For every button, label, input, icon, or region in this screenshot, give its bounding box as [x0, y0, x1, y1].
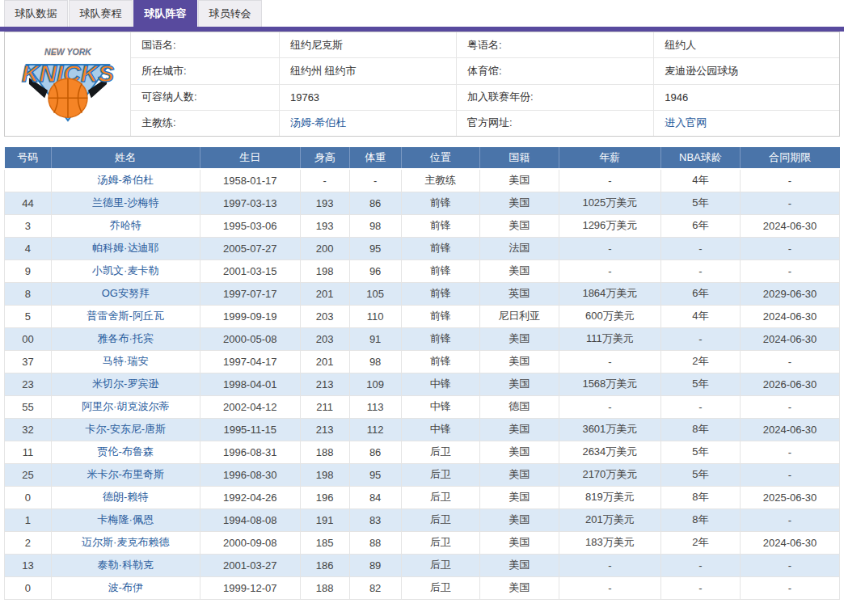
cell-name: 阿里尔·胡克波尔蒂 [51, 395, 200, 418]
cell-name: 卡梅隆·佩恩 [51, 508, 200, 531]
cell-weight: 82 [349, 576, 401, 599]
cell-nba-seniority: 5年 [660, 192, 740, 214]
player-link[interactable]: 阿里尔·胡克波尔蒂 [82, 400, 169, 412]
cell-contract-until: 2024-06-30 [741, 305, 840, 327]
player-link[interactable]: 卡梅隆·佩恩 [98, 513, 154, 525]
cell-height: 201 [300, 350, 349, 373]
cell-salary: - [559, 169, 660, 192]
table-row: 1卡梅隆·佩恩1994-08-0819183后卫美国201万美元8年- [5, 508, 840, 531]
cell-number: 1 [5, 508, 52, 531]
player-link[interactable]: 乔哈特 [110, 219, 141, 231]
player-link[interactable]: 德朗-赖特 [103, 491, 148, 503]
cell-number: 44 [5, 192, 52, 214]
cell-height: 213 [300, 373, 349, 395]
player-link[interactable]: 帕科姆·达迪耶 [92, 242, 158, 254]
cell-contract-until: - [741, 395, 840, 418]
cell-position: 后卫 [401, 508, 479, 531]
cell-nationality: 德国 [479, 395, 559, 418]
cell-height: 201 [300, 282, 349, 305]
cell-number [5, 169, 52, 192]
cell-salary: 1864万美元 [559, 282, 660, 305]
team-info-grid: 国语名: 纽约尼克斯 粤语名: 纽约人 所在城市: 纽约州 纽约市 体育馆: 麦… [131, 32, 839, 136]
cell-salary: - [559, 237, 660, 259]
cell-position: 后卫 [401, 486, 479, 508]
cell-height: 185 [300, 531, 349, 554]
player-link[interactable]: 雅各布·托宾 [98, 332, 154, 344]
cell-weight: 86 [349, 441, 401, 463]
cell-contract-until: 2024-06-30 [741, 214, 840, 237]
info-label-head-coach: 主教练: [131, 111, 280, 136]
col-header-nba-seniority: NBA球龄 [660, 147, 740, 169]
cell-nationality: 美国 [479, 192, 559, 214]
table-row: 2迈尔斯·麦克布赖德2000-09-0818588后卫美国183万美元2年202… [5, 531, 840, 554]
roster-header-row: 号码姓名生日身高体重位置国籍年薪NBA球龄合同期限 [5, 147, 840, 169]
player-link[interactable]: 兰德里-沙梅特 [92, 196, 158, 209]
cell-height: 211 [300, 395, 349, 418]
cell-birthday: 1996-08-30 [200, 463, 300, 486]
info-label-city: 所在城市: [131, 58, 280, 84]
col-header-birthday: 生日 [200, 147, 300, 169]
cell-contract-until: 2024-06-30 [741, 531, 840, 554]
head-coach-link[interactable]: 汤姆-希伯杜 [290, 116, 346, 130]
cell-salary: 1025万美元 [559, 192, 660, 214]
cell-contract-until: 2029-06-30 [741, 282, 840, 305]
info-label-join-year: 加入联赛年份: [457, 85, 654, 111]
player-link[interactable]: 小凯文·麦卡勒 [92, 264, 158, 276]
cell-birthday: 1998-04-01 [200, 373, 300, 395]
table-row: 00雅各布·托宾2000-05-0820391前锋美国111万美元-2024-0… [5, 327, 840, 350]
cell-height: 203 [300, 327, 349, 350]
cell-salary: 183万美元 [559, 531, 660, 554]
player-link[interactable]: 米卡尔-布里奇斯 [87, 468, 164, 480]
cell-birthday: 1995-11-15 [200, 418, 300, 441]
cell-name: 泰勒·科勒克 [51, 554, 200, 576]
cell-salary: 111万美元 [559, 327, 660, 350]
table-row: 0德朗-赖特1992-04-2619684后卫美国819万美元8年2025-06… [5, 486, 840, 508]
cell-birthday: 2000-05-08 [200, 327, 300, 350]
tab-team-roster[interactable]: 球队阵容 [133, 0, 197, 27]
tab-team-stats[interactable]: 球队数据 [4, 0, 68, 27]
table-row: 44兰德里-沙梅特1997-03-1319386前锋美国1025万美元5年- [5, 192, 840, 214]
player-link[interactable]: 卡尔-安东尼-唐斯 [85, 423, 166, 435]
tab-player-transfers[interactable]: 球员转会 [198, 0, 262, 27]
cell-contract-until: 2025-06-30 [741, 486, 840, 508]
cell-name: 马特·瑞安 [51, 350, 200, 373]
player-link[interactable]: 马特·瑞安 [103, 355, 148, 367]
cell-birthday: 1958-01-17 [200, 169, 300, 192]
cell-nba-seniority: 8年 [660, 508, 740, 531]
cell-height: 193 [300, 192, 349, 214]
cell-position: 后卫 [401, 554, 479, 576]
cell-weight: 86 [349, 192, 401, 214]
cell-birthday: 1997-04-17 [200, 350, 300, 373]
player-link[interactable]: 贾伦-布鲁森 [98, 445, 154, 458]
cell-birthday: 1992-04-26 [200, 486, 300, 508]
tab-team-schedule[interactable]: 球队赛程 [69, 0, 133, 27]
cell-contract-until: - [741, 463, 840, 486]
cell-nationality: 美国 [479, 169, 559, 192]
cell-birthday: 2001-03-15 [200, 259, 300, 282]
player-link[interactable]: 迈尔斯·麦克布赖德 [82, 536, 169, 548]
cell-nationality: 美国 [479, 259, 559, 282]
cell-salary: 2634万美元 [559, 441, 660, 463]
cell-position: 前锋 [401, 214, 479, 237]
cell-birthday: 1999-09-19 [200, 305, 300, 327]
player-link[interactable]: 汤姆-希伯杜 [98, 174, 154, 186]
player-link[interactable]: 米切尔-罗宾逊 [92, 378, 158, 390]
official-site-link[interactable]: 进入官网 [665, 116, 707, 130]
cell-birthday: 2002-04-12 [200, 395, 300, 418]
cell-contract-until: 2024-06-30 [741, 418, 840, 441]
table-row: 4帕科姆·达迪耶2005-07-2720095前锋法国--- [5, 237, 840, 259]
player-link[interactable]: 泰勒·科勒克 [98, 559, 154, 571]
cell-salary: - [559, 395, 660, 418]
cell-name: 米卡尔-布里奇斯 [51, 463, 200, 486]
cell-birthday: 1997-03-13 [200, 192, 300, 214]
player-link[interactable]: OG安努拜 [102, 287, 150, 299]
cell-number: 00 [5, 327, 52, 350]
player-link[interactable]: 波-布伊 [108, 581, 143, 593]
cell-nba-seniority: 6年 [660, 214, 740, 237]
cell-number: 55 [5, 395, 52, 418]
cell-position: 主教练 [401, 169, 479, 192]
player-link[interactable]: 普雷舍斯-阿丘瓦 [87, 310, 164, 322]
table-row: 汤姆-希伯杜1958-01-17--主教练美国-4年- [5, 169, 840, 192]
cell-nba-seniority: 8年 [660, 418, 740, 441]
cell-nba-seniority: - [660, 576, 740, 599]
